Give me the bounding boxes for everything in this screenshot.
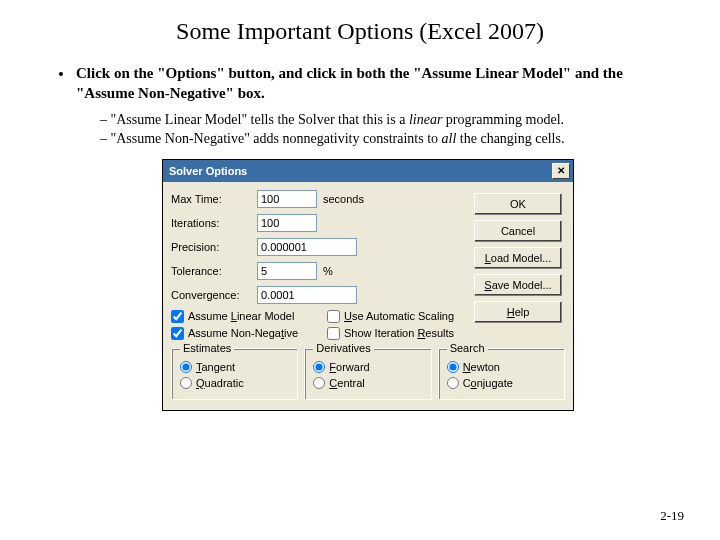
cb-show-iter-label: Show Iteration Results: [344, 327, 454, 339]
cb-auto-scaling-label: Use Automatic Scaling: [344, 310, 454, 322]
bullet-main: Click on the "Options" button, and click…: [74, 63, 680, 149]
load-model-button[interactable]: LLoad Model...oad Model...: [474, 247, 562, 269]
save-model-button[interactable]: Save Model...: [474, 274, 562, 296]
radio-tangent-input[interactable]: [180, 361, 192, 373]
cb-assume-linear[interactable]: Assume Linear Model: [171, 310, 327, 323]
group-search: Search Newton Conjugate: [438, 348, 565, 400]
slide-title: Some Important Options (Excel 2007): [0, 18, 720, 45]
radio-central-input[interactable]: [313, 377, 325, 389]
dialog-title: Solver Options: [169, 165, 247, 177]
cb-assume-nonneg[interactable]: Assume Non-Negative: [171, 327, 327, 340]
label-tolerance: Tolerance:: [171, 265, 257, 277]
radio-conjugate-input[interactable]: [447, 377, 459, 389]
label-max-time: Max Time:: [171, 193, 257, 205]
sub1-b: programming model.: [442, 112, 564, 127]
cb-auto-scaling-box[interactable]: [327, 310, 340, 323]
group-estimates: Estimates Tangent Quadratic: [171, 348, 298, 400]
cb-assume-linear-label: Assume Linear Model: [188, 310, 294, 322]
label-convergence: Convergence:: [171, 289, 257, 301]
group-derivatives: Derivatives Forward Central: [304, 348, 431, 400]
radio-central[interactable]: Central: [313, 377, 422, 389]
suffix-seconds: seconds: [323, 193, 364, 205]
bullet-main-text: Click on the "Options" button, and click…: [76, 65, 623, 101]
radio-quadratic-input[interactable]: [180, 377, 192, 389]
ok-button[interactable]: OK: [474, 193, 562, 215]
sub2-em: all: [442, 131, 457, 146]
page-number: 2-19: [660, 508, 684, 524]
radio-tangent[interactable]: Tangent: [180, 361, 289, 373]
max-time-input[interactable]: [257, 190, 317, 208]
solver-options-dialog: Solver Options ✕ Max Time: seconds Itera…: [162, 159, 574, 411]
sub-bullet-2: "Assume Non-Negative" adds nonnegativity…: [100, 129, 680, 149]
content-area: Click on the "Options" button, and click…: [0, 63, 720, 411]
suffix-percent: %: [323, 265, 333, 277]
iterations-input[interactable]: [257, 214, 317, 232]
cancel-button[interactable]: Cancel: [474, 220, 562, 242]
sub-bullet-1: "Assume Linear Model" tells the Solver t…: [100, 110, 680, 130]
close-icon: ✕: [557, 166, 565, 176]
sub1-em: linear: [409, 112, 442, 127]
radio-forward[interactable]: Forward: [313, 361, 422, 373]
convergence-input[interactable]: [257, 286, 357, 304]
legend-derivatives: Derivatives: [313, 342, 373, 354]
radio-quadratic[interactable]: Quadratic: [180, 377, 289, 389]
cb-show-iter-box[interactable]: [327, 327, 340, 340]
cb-show-iter[interactable]: Show Iteration Results: [327, 327, 483, 340]
label-iterations: Iterations:: [171, 217, 257, 229]
help-button[interactable]: Help: [474, 301, 562, 323]
cb-auto-scaling[interactable]: Use Automatic Scaling: [327, 310, 483, 323]
close-button[interactable]: ✕: [552, 163, 570, 179]
cb-assume-linear-box[interactable]: [171, 310, 184, 323]
sub2-a: "Assume Non-Negative" adds nonnegativity…: [111, 131, 442, 146]
cb-assume-nonneg-label: Assume Non-Negative: [188, 327, 298, 339]
radio-newton-input[interactable]: [447, 361, 459, 373]
sub2-b: the changing cells.: [456, 131, 564, 146]
legend-estimates: Estimates: [180, 342, 234, 354]
radio-conjugate[interactable]: Conjugate: [447, 377, 556, 389]
label-precision: Precision:: [171, 241, 257, 253]
cb-assume-nonneg-box[interactable]: [171, 327, 184, 340]
precision-input[interactable]: [257, 238, 357, 256]
radio-forward-input[interactable]: [313, 361, 325, 373]
sub1-a: "Assume Linear Model" tells the Solver t…: [111, 112, 409, 127]
radio-newton[interactable]: Newton: [447, 361, 556, 373]
dialog-titlebar[interactable]: Solver Options ✕: [163, 160, 573, 182]
legend-search: Search: [447, 342, 488, 354]
tolerance-input[interactable]: [257, 262, 317, 280]
